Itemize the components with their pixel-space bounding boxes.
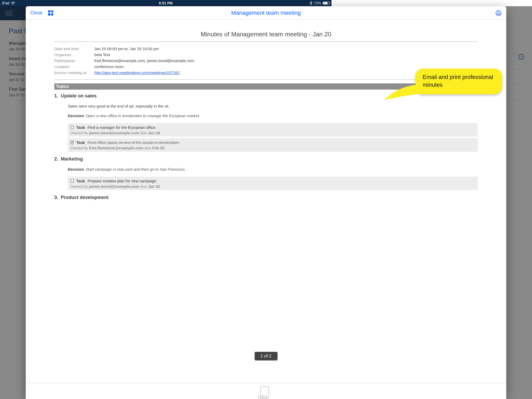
topic-title: 1. Update on sales: [54, 93, 331, 99]
sheet-header: Close Management team meeting: [26, 6, 331, 20]
meta-label-participants: Participants:: [54, 58, 94, 63]
close-button[interactable]: Close: [30, 10, 42, 16]
topic-block: 1. Update on salesSales were very good a…: [54, 93, 331, 152]
battery-icon: [323, 2, 329, 5]
sheet-title: Management team meeting: [231, 10, 301, 16]
meta-label-location: Location:: [54, 64, 94, 69]
meta-label-access: Access meeting at:: [54, 70, 94, 75]
task-checkbox[interactable]: [70, 179, 74, 183]
topic-title: 3. Product development: [54, 195, 331, 200]
task-box: TaskFind a manager for the European offi…: [68, 123, 331, 137]
status-time: 6:51 PM: [159, 1, 173, 5]
task-meta: Owned by james.bond@example.com due Jan …: [70, 184, 331, 189]
task-text: Find a manager for the European office.: [88, 125, 156, 130]
task-meta: Owned by fred.flintstone@example.com due…: [70, 146, 331, 150]
meta-label-organizer: Organizer:: [54, 52, 94, 57]
task-meta: Owned by james.bond@example.com due Jan …: [70, 131, 331, 135]
wifi-icon: [11, 2, 15, 5]
decision-line: DecisionStart campaign in new york and t…: [68, 167, 331, 171]
meta-label-datetime: Date and time:: [54, 46, 94, 51]
document-title: Minutes of Management team meeting - Jan…: [54, 31, 331, 42]
meeting-access-link[interactable]: http://app-test.meetingking.com/meetings…: [94, 70, 180, 75]
grid-icon[interactable]: [48, 10, 53, 16]
task-checkbox[interactable]: ✕: [70, 141, 74, 144]
task-label: Task: [76, 140, 85, 145]
meta-value-organizer: beta Test: [94, 52, 331, 57]
topic-title: 2. Marketing: [54, 156, 331, 162]
svg-point-0: [13, 4, 13, 5]
bluetooth-icon: [310, 1, 312, 5]
document-body: Minutes of Management team meeting - Jan…: [26, 20, 331, 249]
device-label: iPad: [2, 1, 9, 5]
print-preview-sheet: Close Management team meeting Minutes of…: [26, 6, 331, 249]
status-bar: iPad 6:51 PM 72%: [0, 0, 331, 6]
topics-section-header: Topics: [54, 83, 331, 90]
topic-block: 2. MarketingDecisionStart campaign in ne…: [54, 156, 331, 190]
task-text: Rent office space on one of the canals i…: [88, 140, 180, 145]
meta-value-datetime: Jan 20 09:00 pm to: Jan 20 10:00 pm: [94, 46, 331, 51]
task-label: Task: [76, 179, 85, 183]
meta-value-participants: fred.flintstone@example.com, james.bond@…: [94, 58, 331, 63]
meta-value-location: conference room: [94, 64, 331, 69]
meeting-meta: Date and time:Jan 20 09:00 pm to: Jan 20…: [54, 46, 331, 80]
task-checkbox[interactable]: [70, 126, 74, 129]
decision-line: DecisionOpen a new office in Amsterdam t…: [68, 114, 331, 118]
battery-percent: 72%: [314, 1, 321, 5]
task-text: Prepare creative plan for new campaign: [88, 179, 156, 183]
task-box: TaskPrepare creative plan for new campai…: [68, 177, 331, 190]
task-box: ✕TaskRent office space on one of the can…: [68, 138, 331, 152]
topic-note: Sales were very good at the end of q4, e…: [68, 104, 331, 108]
task-label: Task: [76, 125, 85, 130]
topic-block: 3. Product development: [54, 195, 331, 200]
